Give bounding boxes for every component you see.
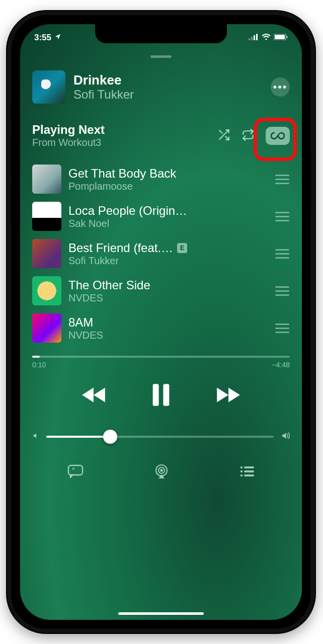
volume-high-icon — [281, 431, 290, 442]
svg-rect-1 — [251, 37, 253, 40]
playing-next-subtitle: From Workout3 — [32, 137, 105, 148]
playing-next-title: Playing Next — [32, 123, 105, 137]
progress-bar[interactable]: 0:10 −4:48 — [32, 356, 290, 369]
volume-low-icon — [32, 432, 39, 441]
home-indicator[interactable] — [118, 612, 204, 615]
queue-art — [32, 276, 61, 305]
location-icon — [54, 33, 61, 43]
svg-rect-19 — [244, 474, 254, 476]
screen: 3:55 — [20, 24, 302, 620]
time-elapsed: 0:10 — [32, 361, 46, 369]
album-art[interactable] — [32, 70, 65, 104]
svg-rect-6 — [286, 36, 288, 38]
track-title: Drinkee — [73, 73, 263, 88]
volume-thumb[interactable] — [103, 430, 117, 444]
volume-slider[interactable] — [32, 431, 290, 442]
queue-list: Get That Body Back Pomplamoose Loca Peop… — [32, 160, 290, 347]
repeat-button[interactable] — [241, 128, 255, 143]
pause-button[interactable] — [150, 383, 172, 409]
queue-artist: Pomplamoose — [68, 181, 268, 192]
queue-title: Best Friend (feat.… — [68, 241, 173, 255]
svg-text:”: ” — [72, 467, 75, 474]
bottom-actions: ” — [32, 463, 290, 481]
annotation-highlight — [254, 118, 297, 161]
queue-title: Get That Body Back — [68, 167, 176, 181]
wifi-icon — [262, 33, 271, 42]
svg-rect-15 — [244, 466, 254, 468]
queue-artist: NVDES — [68, 330, 268, 341]
shuffle-button[interactable] — [217, 128, 230, 143]
battery-icon — [274, 33, 288, 42]
queue-title: 8AM — [68, 315, 93, 330]
next-button[interactable] — [215, 385, 241, 407]
airplay-button[interactable] — [153, 463, 170, 481]
reorder-handle-icon[interactable] — [275, 249, 290, 259]
phone-frame: 3:55 — [7, 11, 315, 633]
sheet-grabber[interactable] — [150, 55, 172, 58]
track-artist: Sofi Tukker — [73, 88, 263, 102]
queue-artist: Sak Noel — [68, 218, 268, 229]
explicit-badge: E — [177, 243, 187, 253]
now-playing-row: Drinkee Sofi Tukker ••• — [32, 70, 290, 104]
queue-art — [32, 165, 61, 194]
svg-rect-9 — [68, 465, 83, 475]
queue-item[interactable]: 8AM NVDES — [32, 309, 290, 347]
bezel: 3:55 — [11, 15, 311, 629]
status-bar: 3:55 — [20, 30, 302, 45]
queue-art — [32, 202, 61, 231]
reorder-handle-icon[interactable] — [275, 286, 290, 296]
queue-item[interactable]: The Other Side NVDES — [32, 272, 290, 309]
transport-controls — [32, 383, 290, 409]
svg-rect-0 — [249, 38, 250, 40]
queue-item[interactable]: Get That Body Back Pomplamoose — [32, 160, 290, 198]
ellipsis-icon: ••• — [273, 80, 287, 94]
cellular-icon — [249, 33, 259, 42]
more-button[interactable]: ••• — [271, 77, 290, 97]
lyrics-button[interactable]: ” — [67, 464, 84, 481]
svg-point-13 — [160, 469, 162, 471]
svg-rect-3 — [256, 34, 258, 40]
status-time: 3:55 — [34, 33, 51, 43]
svg-rect-2 — [254, 35, 255, 40]
reorder-handle-icon[interactable] — [275, 175, 290, 184]
svg-point-14 — [240, 466, 243, 468]
queue-artist: NVDES — [68, 292, 268, 304]
svg-rect-8 — [163, 384, 169, 406]
queue-item[interactable]: Loca People (Origin… Sak Noel — [32, 198, 290, 235]
previous-button[interactable] — [81, 385, 107, 407]
svg-rect-5 — [275, 35, 285, 39]
reorder-handle-icon[interactable] — [275, 324, 290, 333]
svg-rect-7 — [153, 384, 159, 406]
svg-point-18 — [240, 474, 243, 476]
reorder-handle-icon[interactable] — [275, 212, 290, 221]
queue-art — [32, 239, 61, 268]
queue-title: Loca People (Origin… — [68, 204, 187, 218]
queue-button[interactable] — [239, 465, 255, 480]
queue-item[interactable]: Best Friend (feat.…E Sofi Tukker — [32, 235, 290, 272]
playing-next-header: Playing Next From Workout3 — [32, 123, 290, 148]
queue-title: The Other Side — [68, 278, 150, 292]
svg-point-16 — [240, 470, 243, 472]
time-remaining: −4:48 — [272, 361, 290, 369]
svg-rect-17 — [244, 470, 254, 472]
queue-art — [32, 313, 61, 343]
queue-artist: Sofi Tukker — [68, 255, 268, 267]
